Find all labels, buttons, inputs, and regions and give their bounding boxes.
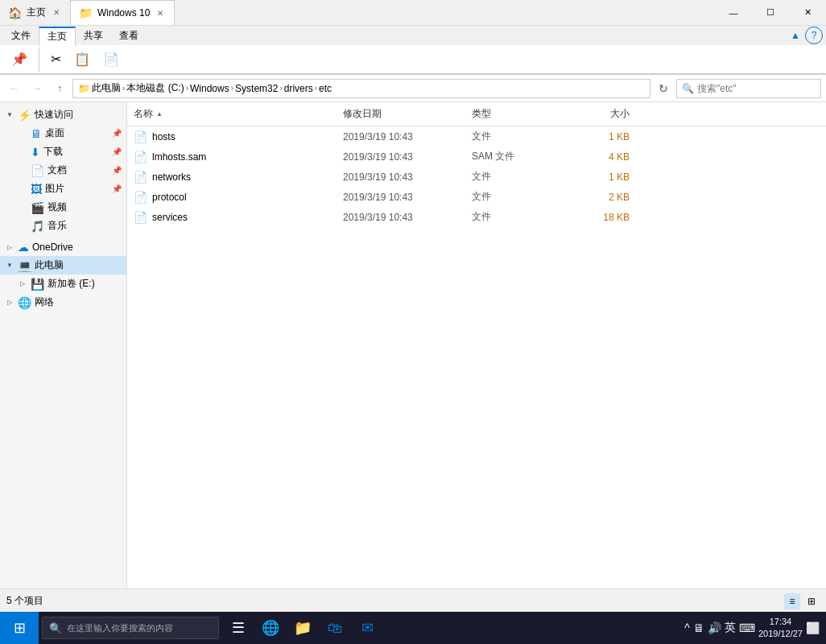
download-icon: ⬇ [31, 146, 40, 159]
pin-icon: 📌 [11, 52, 27, 67]
minimize-button[interactable]: — [715, 0, 752, 26]
task-view-icon: ☰ [232, 619, 245, 637]
taskbar-clock[interactable]: 17:34 2019/12/27 [758, 616, 803, 641]
start-icon: ⊞ [14, 619, 26, 637]
bc-system32[interactable]: System32 [235, 83, 278, 94]
sidebar-network[interactable]: ▷ 🌐 网络 [0, 293, 126, 312]
ribbon-pin-btn[interactable]: 📌 [6, 50, 32, 68]
ribbon-separator [39, 47, 39, 72]
view-toggle: ≡ ⊞ [784, 593, 820, 609]
edge-icon: 🌐 [262, 619, 279, 637]
sidebar-onedrive[interactable]: ▷ ☁ OneDrive [0, 238, 126, 256]
start-button[interactable]: ⊞ [0, 612, 39, 644]
col-header-date[interactable]: 修改日期 [337, 105, 465, 122]
sidebar-music-label: 音乐 [47, 219, 67, 233]
file-row-hosts[interactable]: 📄 hosts 2019/3/19 10:43 文件 1 KB [127, 126, 826, 147]
pin-icon-download: 📌 [112, 147, 122, 156]
sidebar-pics-label: 图片 [45, 182, 64, 196]
refresh-button[interactable]: ↻ [654, 79, 673, 98]
col-header-name[interactable]: 名称 ▲ [127, 105, 337, 122]
explorer-icon: 📁 [294, 619, 312, 637]
sidebar: ▼ ⚡ 快速访问 🖥 桌面 📌 ⬇ 下载 📌 📄 文档 📌 🖼 图片 📌 [0, 102, 127, 588]
expand-icon-download [18, 147, 27, 157]
sidebar-item-docs[interactable]: 📄 文档 📌 [13, 161, 126, 180]
tray-keyboard[interactable]: ⌨ [739, 621, 755, 634]
file-type-services: 文件 [465, 208, 562, 225]
taskbar-search-placeholder: 在这里输入你要搜索的内容 [67, 622, 173, 634]
file-size-services: 18 KB [562, 210, 642, 225]
sidebar-item-pics[interactable]: 🖼 图片 📌 [13, 180, 126, 198]
ribbon-tab-share[interactable]: 共享 [76, 26, 111, 45]
taskbar-mail[interactable]: ✉ [351, 612, 383, 644]
file-icon-hosts: 📄 [134, 130, 147, 143]
bc-drivers[interactable]: drivers [284, 83, 313, 94]
bc-this-pc[interactable]: 此电脑 [92, 81, 121, 95]
bc-windows[interactable]: Windows [190, 83, 229, 94]
col-header-size[interactable]: 大小 [562, 105, 642, 122]
ribbon-tab-home[interactable]: 主页 [39, 27, 76, 46]
sidebar-new-vol[interactable]: ▷ 💾 新加卷 (E:) [13, 275, 126, 293]
tab-home-close[interactable]: ✕ [51, 7, 62, 18]
sidebar-item-desktop[interactable]: 🖥 桌面 📌 [13, 124, 126, 142]
tiles-view-button[interactable]: ⊞ [803, 593, 820, 609]
breadcrumb[interactable]: 📁 此电脑 › 本地磁盘 (C:) › Windows › System32 ›… [72, 79, 650, 98]
expand-icon-network: ▷ [5, 298, 14, 308]
quick-access-label: 快速访问 [35, 108, 73, 122]
copy-icon: 📋 [74, 52, 90, 67]
back-button[interactable]: ← [5, 79, 24, 98]
help-button[interactable]: ? [805, 27, 823, 44]
forward-button[interactable]: → [27, 79, 47, 98]
bc-c-drive[interactable]: 本地磁盘 (C:) [126, 81, 184, 95]
sidebar-item-videos[interactable]: 🎬 视频 [13, 198, 126, 217]
taskbar-store[interactable]: 🛍 [319, 612, 351, 644]
tray-volume[interactable]: 🔊 [708, 621, 721, 634]
file-icon-networks: 📄 [134, 171, 147, 184]
sidebar-item-download[interactable]: ⬇ 下载 📌 [13, 142, 126, 161]
taskbar-edge[interactable]: 🌐 [254, 612, 287, 644]
tab-home[interactable]: 🏠 主页 ✕ [0, 0, 70, 25]
tab-win10[interactable]: 📁 Windows 10 ✕ [70, 0, 175, 25]
taskbar-task-view[interactable]: ☰ [222, 612, 254, 644]
taskbar-search[interactable]: 🔍 在这里输入你要搜索的内容 [42, 617, 219, 639]
up-button[interactable]: ↑ [50, 79, 69, 98]
file-row-services[interactable]: 📄 services 2019/3/19 10:43 文件 18 KB [127, 207, 826, 227]
ribbon-help-icon[interactable]: ▲ [791, 30, 800, 41]
close-button[interactable]: ✕ [789, 0, 826, 26]
search-input[interactable] [697, 83, 818, 94]
file-icon-protocol: 📄 [134, 191, 147, 204]
taskbar: ⊞ 🔍 在这里输入你要搜索的内容 ☰ 🌐 📁 🛍 ✉ ^ 🖥 🔊 英 ⌨ 17:… [0, 612, 826, 644]
file-date-hosts: 2019/3/19 10:43 [337, 130, 465, 144]
tray-network[interactable]: 🖥 [693, 621, 704, 634]
sidebar-network-label: 网络 [35, 295, 54, 309]
search-box[interactable]: 🔍 [676, 79, 821, 98]
tab-win10-close[interactable]: ✕ [155, 8, 166, 19]
sidebar-this-pc[interactable]: ▼ 💻 此电脑 [0, 256, 126, 275]
expand-icon-new-vol: ▷ [18, 279, 27, 289]
file-row-protocol[interactable]: 📄 protocol 2019/3/19 10:43 文件 2 KB [127, 187, 826, 207]
ribbon-tab-file[interactable]: 文件 [3, 26, 39, 45]
status-bar: 5 个项目 ≡ ⊞ [0, 588, 826, 613]
ribbon-copy-btn[interactable]: 📋 [69, 50, 95, 68]
taskbar-explorer[interactable]: 📁 [287, 612, 319, 644]
ribbon-paste-btn[interactable]: 📄 [98, 50, 124, 68]
bc-etc[interactable]: etc [319, 83, 332, 94]
file-icon-services: 📄 [134, 211, 147, 224]
tray-language[interactable]: 英 [725, 621, 736, 635]
file-row-networks[interactable]: 📄 networks 2019/3/19 10:43 文件 1 KB [127, 167, 826, 187]
ribbon-tab-view[interactable]: 查看 [111, 26, 147, 45]
cut-icon: ✂ [51, 52, 61, 67]
sidebar-item-music[interactable]: 🎵 音乐 [13, 217, 126, 235]
file-row-lmhosts[interactable]: 📄 lmhosts.sam 2019/3/19 10:43 SAM 文件 4 K… [127, 147, 826, 167]
tray-show-desktop[interactable]: ⬜ [806, 621, 820, 634]
col-header-type[interactable]: 类型 [465, 105, 562, 122]
tab-home-icon: 🏠 [8, 6, 22, 19]
store-icon: 🛍 [328, 620, 342, 637]
taskbar-tray: ^ 🖥 🔊 英 ⌨ 17:34 2019/12/27 ⬜ [678, 616, 826, 641]
tab-home-label: 主页 [27, 6, 46, 19]
sidebar-quick-access[interactable]: ▼ ⚡ 快速访问 [0, 105, 126, 124]
maximize-button[interactable]: ☐ [752, 0, 789, 26]
details-view-button[interactable]: ≡ [784, 593, 800, 609]
ribbon-cut-btn[interactable]: ✂ [46, 50, 66, 68]
tray-arrow[interactable]: ^ [684, 621, 690, 634]
taskbar-search-icon: 🔍 [49, 622, 62, 634]
